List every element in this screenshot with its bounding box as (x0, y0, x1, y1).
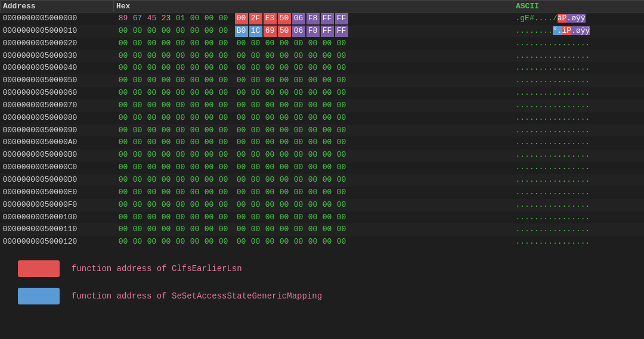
hex-cell: 00 (145, 26, 159, 37)
hex-separator (231, 113, 234, 124)
hex-cell: 50 (278, 26, 291, 37)
hex-cell: 00 (203, 51, 216, 62)
hex-cell: E3 (264, 13, 277, 24)
hex-cell-group: 0000000000000000 0000000000000000 (114, 50, 513, 63)
hex-cell: 00 (174, 113, 187, 124)
table-row: 0000000005000120 0000000000000000 000000… (1, 236, 645, 248)
hex-cell: 50 (278, 13, 291, 24)
hex-cell: 00 (117, 38, 130, 49)
hex-cell: 00 (335, 125, 348, 136)
hex-cell: 00 (264, 88, 277, 99)
hex-cell: 00 (188, 175, 202, 186)
hex-cell-group: 0000000000000000 0000000000000000 (114, 74, 513, 87)
hex-cell: F8 (306, 26, 320, 37)
hex-cell: 00 (335, 100, 348, 111)
hex-cell: 00 (292, 175, 305, 186)
hex-cell: FF (335, 26, 348, 37)
table-row: 00000000050000E0 0000000000000000 000000… (1, 186, 645, 199)
legend-item-blue: function address of SeSetAccessStateGene… (18, 288, 626, 304)
hex-cell: 00 (203, 212, 216, 223)
hex-cell: 00 (145, 88, 159, 99)
hex-cell: 00 (131, 125, 144, 136)
hex-cell: 00 (203, 13, 216, 24)
hex-cell: 00 (249, 100, 262, 111)
hex-cell: 00 (321, 224, 334, 235)
hex-cell: 00 (117, 162, 130, 173)
hex-cell: 00 (264, 187, 277, 198)
hex-cell: 00 (235, 125, 248, 136)
hex-cell: 00 (335, 75, 348, 86)
address-cell: 00000000050000D0 (1, 174, 114, 186)
hex-cell: 00 (235, 38, 248, 49)
hex-cell: 00 (292, 88, 305, 99)
hex-cell-group: 0000000000000000 0000000000000000 (114, 161, 513, 174)
hex-cell-group: 0000000000000000 0000000000000000 (114, 112, 513, 125)
hex-cell-group: 0000000000000000 B01C695006F8FFFF (114, 25, 513, 38)
hex-cell: 00 (306, 88, 320, 99)
hex-cell: 00 (264, 113, 277, 124)
hex-cell: 00 (278, 137, 291, 148)
hex-cell: 00 (249, 125, 262, 136)
hex-cell: 00 (321, 100, 334, 111)
hex-cell: 00 (249, 162, 262, 173)
hex-cell: 00 (292, 38, 305, 49)
legend-label-red: function address of ClfsEarlierLsn (72, 264, 242, 273)
hex-cell: 00 (249, 38, 262, 49)
hex-separator (231, 63, 234, 74)
hex-table-container: Address Hex ASCII 0000000005000000 89674… (0, 0, 644, 248)
hex-cell: 00 (235, 237, 248, 248)
hex-cell: 00 (249, 175, 262, 186)
hex-cell: 00 (306, 113, 320, 124)
hex-cell-group: 8967452301000000 002FE35006F8FFFF (114, 13, 513, 25)
table-row: 0000000005000010 0000000000000000 B01C69… (1, 25, 645, 38)
col-header-address: Address (1, 1, 114, 13)
hex-cell: 00 (160, 113, 173, 124)
table-row: 00000000050000A0 0000000000000000 000000… (1, 136, 645, 149)
hex-cell: 00 (278, 63, 291, 74)
hex-cell: 00 (306, 75, 320, 86)
hex-cell: 00 (174, 224, 187, 235)
hex-separator (231, 125, 234, 136)
ascii-cell: ................ (513, 38, 645, 50)
hex-cell: 00 (174, 212, 187, 223)
address-cell: 0000000005000030 (1, 50, 114, 63)
hex-cell: 00 (335, 237, 348, 248)
hex-cell: 00 (188, 100, 202, 111)
hex-cell: 00 (145, 137, 159, 148)
hex-cell: 00 (264, 100, 277, 111)
hex-cell: 00 (249, 51, 262, 62)
hex-cell: 00 (335, 224, 348, 235)
hex-cell: 00 (217, 100, 230, 111)
table-row: 0000000005000070 0000000000000000 000000… (1, 99, 645, 112)
address-cell: 0000000005000000 (1, 13, 114, 25)
hex-cell: 00 (145, 63, 159, 74)
hex-cell: 00 (306, 100, 320, 111)
hex-cell: 00 (278, 113, 291, 124)
hex-cell: 00 (264, 150, 277, 161)
table-row: 00000000050000F0 0000000000000000 000000… (1, 199, 645, 212)
hex-cell: 00 (264, 175, 277, 186)
hex-cell: 00 (117, 63, 130, 74)
hex-cell-group: 0000000000000000 0000000000000000 (114, 136, 513, 149)
table-row: 0000000005000110 0000000000000000 000000… (1, 223, 645, 236)
ascii-cell: ................ (513, 199, 645, 212)
hex-cell: 00 (217, 113, 230, 124)
address-cell: 0000000005000020 (1, 38, 114, 50)
hex-cell: 00 (292, 75, 305, 86)
hex-cell: 00 (249, 113, 262, 124)
hex-cell: 00 (278, 125, 291, 136)
hex-cell: 00 (249, 150, 262, 161)
hex-cell: 00 (292, 224, 305, 235)
hex-cell: 00 (188, 187, 202, 198)
hex-cell: 00 (203, 125, 216, 136)
hex-cell: 00 (131, 200, 144, 211)
hex-cell: 00 (160, 162, 173, 173)
hex-cell: 00 (264, 125, 277, 136)
hex-cell: 00 (306, 63, 320, 74)
hex-cell: 00 (203, 150, 216, 161)
hex-cell: 00 (188, 88, 202, 99)
hex-cell: 00 (321, 51, 334, 62)
hex-cell: 00 (235, 51, 248, 62)
hex-cell-group: 0000000000000000 0000000000000000 (114, 87, 513, 99)
address-cell: 00000000050000C0 (1, 161, 114, 174)
